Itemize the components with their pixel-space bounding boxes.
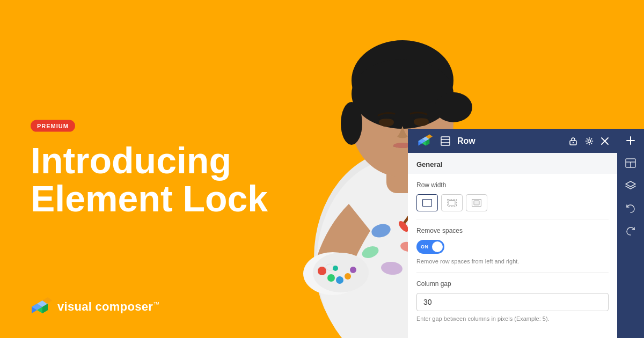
sidebar-layout-icon[interactable] [624, 157, 637, 170]
svg-point-10 [352, 59, 453, 129]
row-width-label: Row width [416, 181, 609, 189]
svg-rect-48 [423, 200, 432, 207]
svg-rect-40 [441, 137, 450, 145]
panel-header: Row [408, 129, 617, 153]
brand-name: visual composer™ [57, 300, 159, 314]
svg-point-11 [435, 92, 472, 122]
remove-spaces-field: Remove spaces ON Remove row spaces from … [416, 219, 609, 273]
lock-button[interactable] [569, 137, 577, 145]
svg-point-24 [333, 266, 338, 271]
svg-point-20 [327, 274, 335, 282]
headline-line1: Introducing [31, 142, 268, 180]
sidebar-layers-icon[interactable] [624, 179, 637, 192]
remove-spaces-toggle-row: ON [416, 240, 609, 254]
sidebar-add-icon[interactable] [624, 134, 637, 147]
svg-point-44 [573, 142, 574, 143]
panel-body: Row width [408, 174, 617, 338]
panel-row-icon [440, 136, 451, 146]
premium-badge: PREMIUM [31, 120, 75, 132]
svg-point-19 [318, 267, 326, 275]
svg-rect-52 [474, 201, 479, 205]
column-gap-field: Column gap Enter gap between columns in … [416, 273, 609, 329]
toggle-knob [432, 241, 443, 252]
svg-point-23 [350, 267, 356, 273]
row-width-full-btn[interactable] [416, 194, 438, 211]
row-width-field: Row width [416, 174, 609, 219]
column-gap-hint: Enter gap between columns in pixels (Exa… [416, 315, 609, 322]
svg-point-13 [379, 118, 394, 127]
column-gap-label: Column gap [416, 280, 609, 288]
sidebar-redo-icon[interactable] [624, 224, 637, 237]
section-general: General [408, 153, 617, 174]
panel-logo [416, 133, 434, 150]
panel-title: Row [457, 136, 562, 146]
row-width-boxed-btn[interactable] [441, 194, 463, 211]
logo-icon [31, 297, 52, 317]
background: PREMIUM Introducing Element Lock visual … [0, 0, 644, 338]
remove-spaces-hint: Remove row spaces from left and right. [416, 258, 609, 264]
remove-spaces-label: Remove spaces [416, 227, 609, 234]
close-button[interactable] [601, 137, 609, 145]
remove-spaces-toggle[interactable]: ON [416, 240, 444, 254]
settings-panel: Row [408, 129, 617, 338]
svg-point-14 [414, 117, 429, 126]
settings-button[interactable] [585, 137, 594, 145]
svg-point-22 [345, 273, 351, 280]
row-width-options [416, 194, 609, 211]
sidebar [617, 129, 644, 338]
svg-point-12 [341, 102, 362, 145]
brand-logo: visual composer™ [31, 297, 159, 317]
svg-rect-50 [449, 201, 455, 205]
svg-point-21 [336, 276, 343, 284]
row-width-custom-btn[interactable] [466, 194, 487, 211]
svg-point-45 [588, 139, 591, 142]
panel-header-actions [569, 137, 609, 145]
left-content: PREMIUM Introducing Element Lock [31, 120, 268, 218]
headline-line2: Element Lock [31, 180, 268, 218]
sidebar-undo-icon[interactable] [624, 202, 637, 215]
toggle-on-label: ON [421, 244, 429, 249]
column-gap-input[interactable] [416, 293, 609, 311]
